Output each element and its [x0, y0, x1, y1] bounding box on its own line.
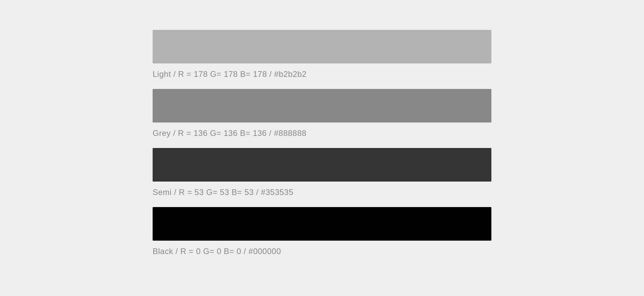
color-label-black: Black / R = 0 G= 0 B= 0 / #000000	[153, 241, 491, 266]
color-label-grey: Grey / R = 136 G= 136 B= 136 / #888888	[153, 122, 491, 148]
color-label-light: Light / R = 178 G= 178 B= 178 / #b2b2b2	[153, 63, 491, 89]
color-swatch-grey	[153, 89, 491, 122]
color-swatch-black	[153, 207, 491, 241]
color-label-semi: Semi / R = 53 G= 53 B= 53 / #353535	[153, 182, 491, 207]
color-swatch-semi	[153, 148, 491, 182]
palette-container: Light / R = 178 G= 178 B= 178 / #b2b2b2G…	[153, 30, 491, 266]
color-swatch-light	[153, 30, 491, 63]
